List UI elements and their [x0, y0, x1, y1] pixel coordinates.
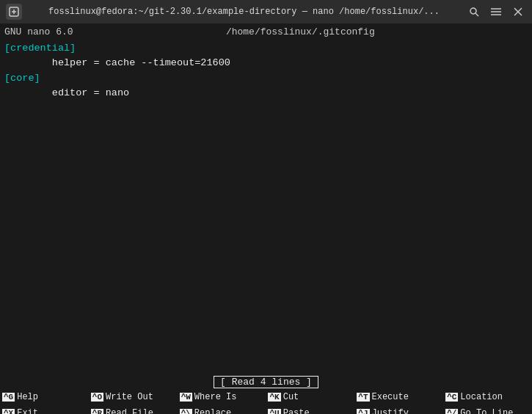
- status-line: [ Read 4 lines ]: [0, 374, 532, 389]
- shortcut-key: ^U: [268, 409, 280, 414]
- title-bar: fosslinux@fedora:~/git-2.30.1/example-di…: [0, 0, 532, 23]
- shortcut-item[interactable]: ^/Go To Line: [443, 405, 532, 414]
- shortcut-key: ^C: [445, 393, 458, 402]
- nano-version: GNU nano 6.0: [4, 26, 73, 37]
- shortcut-key: ^T: [357, 393, 369, 402]
- shortcut-key: ^/: [445, 409, 458, 414]
- search-button[interactable]: [466, 4, 482, 20]
- shortcut-bar: ^GHelp^OWrite Out^WWhere Is^KCut^TExecut…: [0, 389, 532, 414]
- shortcut-item[interactable]: ^GHelp: [0, 389, 89, 405]
- shortcut-item[interactable]: ^WWhere Is: [178, 389, 266, 405]
- status-message: [ Read 4 lines ]: [214, 376, 318, 388]
- nano-filename: /home/fosslinux/.gitconfig: [73, 26, 528, 37]
- svg-line-4: [475, 13, 478, 16]
- shortcut-label: Location: [460, 392, 503, 402]
- editor-area[interactable]: [credential] helper = cache --timeout=21…: [0, 40, 532, 374]
- window-title: fosslinux@fedora:~/git-2.30.1/example-di…: [28, 7, 460, 17]
- shortcut-label: Paste: [283, 408, 310, 414]
- shortcut-label: Exit: [17, 408, 38, 414]
- shortcut-item[interactable]: ^RRead File: [89, 405, 178, 414]
- shortcut-key: ^R: [91, 409, 103, 414]
- shortcut-item[interactable]: ^\Replace: [178, 405, 266, 414]
- shortcut-label: Where Is: [194, 392, 237, 402]
- editor-line: [core]: [0, 71, 532, 86]
- shortcut-item[interactable]: ^OWrite Out: [89, 389, 178, 405]
- shortcut-label: Go To Line: [460, 408, 513, 414]
- shortcut-label: Help: [17, 392, 38, 402]
- editor-line: [credential]: [0, 41, 532, 56]
- shortcut-item[interactable]: ^TExecute: [354, 389, 443, 405]
- menu-button[interactable]: [488, 4, 504, 20]
- shortcut-item[interactable]: ^UPaste: [266, 405, 354, 414]
- shortcut-key: ^O: [91, 393, 103, 402]
- shortcut-label: Justify: [372, 408, 409, 414]
- shortcut-label: Read File: [106, 408, 153, 414]
- shortcut-item[interactable]: ^CLocation: [443, 389, 532, 405]
- shortcut-key: ^K: [268, 393, 280, 402]
- new-tab-button[interactable]: [6, 4, 22, 20]
- editor-line: helper = cache --timeout=21600: [0, 56, 532, 70]
- shortcut-item[interactable]: ^JJustify: [354, 405, 443, 414]
- shortcut-key: ^G: [2, 393, 15, 402]
- close-button[interactable]: [510, 4, 526, 20]
- shortcut-label: Write Out: [106, 392, 153, 402]
- shortcut-key: ^W: [180, 393, 192, 402]
- shortcut-key: ^J: [357, 409, 369, 414]
- shortcut-label: Execute: [372, 392, 409, 402]
- shortcut-key: ^\: [180, 409, 192, 414]
- shortcut-item[interactable]: ^XExit: [0, 405, 89, 414]
- svg-point-3: [470, 8, 476, 14]
- shortcut-key: ^X: [2, 409, 15, 414]
- shortcut-label: Cut: [283, 392, 299, 402]
- nano-top-bar: GNU nano 6.0 /home/fosslinux/.gitconfig: [0, 23, 532, 40]
- shortcut-label: Replace: [194, 408, 231, 414]
- editor-line: editor = nano: [0, 86, 532, 101]
- shortcut-item[interactable]: ^KCut: [266, 389, 354, 405]
